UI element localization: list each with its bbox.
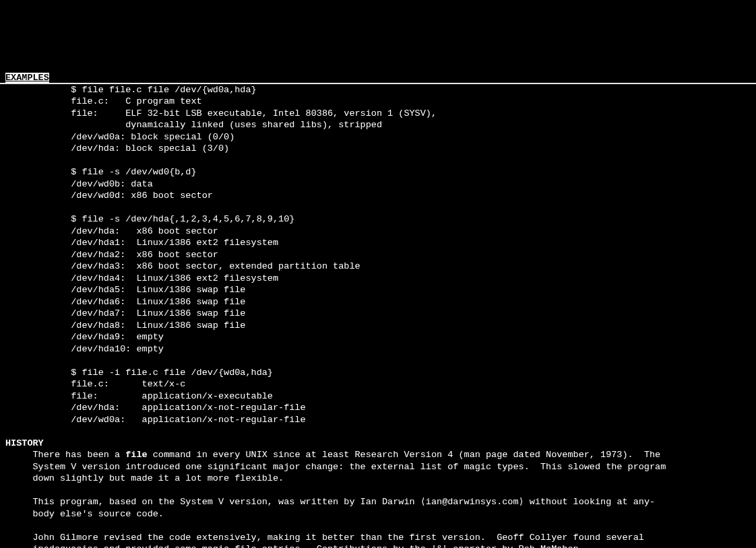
example-output-line: /dev/hda: application/x-not-regular-file [71,403,305,413]
example-output-line: dynamically linked (uses shared libs), s… [71,120,382,130]
example-output-line: /dev/hda8: Linux/i386 swap file [71,320,245,331]
history-text: System V version introduced one signific… [33,462,666,472]
example-output-line: /dev/hda2: x86 boot sector [71,250,218,260]
history-text: down slightly but made it a lot more fle… [33,473,284,483]
section-header-examples: EXAMPLES [5,73,49,83]
example-output-line: /dev/hda: block special (3/0) [71,143,229,153]
example-output-line: /dev/hda9: empty [71,332,164,342]
history-text: body else's source code. [33,509,164,519]
example-output-line: /dev/hda10: empty [71,344,164,354]
example-output-line: /dev/hda1: Linux/i386 ext2 filesystem [71,238,278,248]
history-text: There has been a [33,450,126,460]
example-output-line: /dev/hda: x86 boot sector [71,226,218,236]
example-output-line: /dev/hda6: Linux/i386 swap file [71,297,245,307]
example-cmd-1: $ file file.c file /dev/{wd0a,hda} [71,85,256,95]
example-output-line: /dev/wd0d: x86 boot sector [71,191,213,201]
history-keyword-file: file [125,450,147,460]
example-output-line: file: application/x-executable [71,391,273,401]
example-output-line: file: ELF 32-bit LSB executable, Intel 8… [71,108,437,118]
example-cmd-2: $ file -s /dev/wd0{b,d} [71,167,196,177]
man-page-content: EXAMPLES $ file file.c file /dev/{wd0a,h… [5,61,666,549]
history-text: John Gilmore revised the code extensivel… [33,533,644,543]
example-output-line: file.c: C program text [71,96,201,106]
section-header-history: HISTORY [5,438,44,448]
example-output-line: /dev/wd0a: block special (0/0) [71,132,234,142]
example-output-line: /dev/hda4: Linux/i386 ext2 filesystem [71,273,278,283]
example-output-line: /dev/hda3: x86 boot sector, extended par… [71,261,360,271]
terminal-window[interactable]: EXAMPLES $ file file.c file /dev/{wd0a,h… [0,59,756,549]
history-text: inadequacies and provided some magic fil… [33,544,584,548]
example-output-line: /dev/wd0b: data [71,179,153,189]
history-text: command in every UNIX since at least Res… [148,450,661,460]
example-cmd-4: $ file -i file.c file /dev/{wd0a,hda} [71,368,273,378]
example-output-line: file.c: text/x-c [71,379,185,389]
example-output-line: /dev/hda7: Linux/i386 swap file [71,308,245,318]
example-cmd-3: $ file -s /dev/hda{,1,2,3,4,5,6,7,8,9,10… [71,214,294,224]
history-text: This program, based on the System V vers… [33,497,656,507]
example-output-line: /dev/hda5: Linux/i386 swap file [71,285,245,295]
example-output-line: /dev/wd0a: application/x-not-regular-fil… [71,415,305,425]
